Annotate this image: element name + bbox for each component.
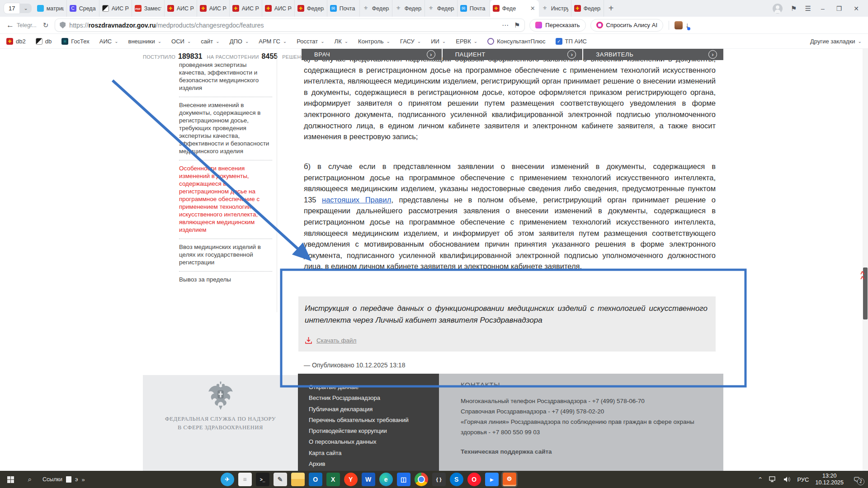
window-close-button[interactable]: ✕ <box>852 5 861 12</box>
zoom-icon[interactable] <box>485 473 499 486</box>
audience-tab[interactable]: ВРАЧ <box>302 49 442 60</box>
tab[interactable]: АИС Ро <box>197 0 230 17</box>
tab[interactable]: АИС Ро <box>165 0 197 17</box>
tab[interactable]: АИС Ро <box>230 0 262 17</box>
tab[interactable]: АИС Ро <box>99 0 132 17</box>
footer-link[interactable]: Архив <box>309 460 439 471</box>
tab[interactable]: Федера <box>360 0 392 17</box>
bookmark-item[interactable]: ЛК ⌄ <box>335 38 349 45</box>
excel-icon[interactable] <box>326 473 340 486</box>
tab[interactable]: Федера <box>295 0 327 17</box>
bookmark-item[interactable]: ОСИ ⌄ <box>171 38 191 45</box>
window-restore-button[interactable]: ❐ <box>835 5 844 12</box>
sidebar-item[interactable]: Внесение изменений в документы, содержащ… <box>179 97 272 160</box>
skype-icon[interactable] <box>450 473 463 486</box>
explorer-folder-icon[interactable] <box>291 473 305 486</box>
url-text[interactable]: https://roszdravnadzor.gov.ru/medproduct… <box>69 22 264 29</box>
page-scrollbar[interactable] <box>863 49 868 471</box>
rules-link[interactable]: настоящих Правил <box>322 196 391 204</box>
bookmark-item[interactable]: КонсультантПлюс ⌄ <box>487 38 545 45</box>
tab[interactable]: Инстру <box>539 0 571 17</box>
clock[interactable]: 13:20 10.12.2025 <box>815 473 844 486</box>
tab[interactable]: Федера <box>425 0 458 17</box>
editor-icon[interactable] <box>274 473 287 486</box>
notepad-icon[interactable] <box>238 473 252 486</box>
sidebar-item[interactable]: Особенности внесения изменений в докумен… <box>179 160 272 239</box>
audience-tab[interactable]: ЗАЯВИТЕЛЬ <box>583 49 723 60</box>
add-bookmark-icon[interactable]: ⚑ <box>514 21 520 29</box>
bookmark-item[interactable]: Росстат ⌄ <box>297 38 324 45</box>
address-bar[interactable]: https://roszdravnadzor.gov.ru/medproduct… <box>55 19 525 32</box>
footer-link[interactable]: Вестник Росздравнадзора <box>309 394 439 405</box>
chevron-right-icon[interactable] <box>708 50 717 59</box>
downloads-button[interactable]: ↓ <box>685 21 689 29</box>
telegram-icon[interactable] <box>221 473 234 486</box>
sidebar-item[interactable]: Ввоз медицинских изделий в целях их госу… <box>179 239 272 272</box>
devtools-icon[interactable] <box>432 473 446 486</box>
tab-count[interactable]: 17 <box>4 3 20 14</box>
footer-link[interactable]: Карта сайта <box>309 450 439 460</box>
volume-icon[interactable] <box>783 476 791 483</box>
photos-icon[interactable] <box>397 473 410 486</box>
bookmark-item[interactable]: ГосТех ⌄ <box>61 38 90 45</box>
sidebar-item[interactable]: Вывоз за пределы <box>179 272 272 288</box>
footer-link[interactable]: Открытые данные <box>309 384 439 394</box>
tab[interactable]: Федера <box>392 0 425 17</box>
scroll-up-icon[interactable]: ^^ <box>860 271 864 281</box>
tab[interactable]: Почта <box>458 0 490 17</box>
language-indicator[interactable]: РУС <box>797 476 809 483</box>
footer-link[interactable]: Противодействие коррупции <box>309 427 439 438</box>
tab-counter[interactable]: 17 ⌄ <box>4 3 32 14</box>
download-file-link[interactable]: Скачать файл <box>305 337 708 344</box>
tab[interactable]: Среда <box>67 0 99 17</box>
footer-link[interactable]: О персональных данных <box>309 438 439 449</box>
sidebar-item[interactable]: проведения экспертизы качества, эффектив… <box>179 57 272 97</box>
notification-center-icon[interactable]: 🗨2 <box>850 476 863 483</box>
window-minimize-button[interactable]: – <box>819 5 826 12</box>
links-doc-icon[interactable] <box>66 476 71 483</box>
profile-avatar[interactable] <box>773 4 783 14</box>
bookmarks-panel-icon[interactable]: ⚑ <box>791 5 797 13</box>
start-button[interactable] <box>0 471 21 488</box>
bookmark-item[interactable]: внешники ⌄ <box>128 38 162 45</box>
chrome-icon[interactable] <box>415 473 428 486</box>
bookmark-item[interactable]: ЕРВК ⌄ <box>456 38 477 45</box>
bookmark-item[interactable]: db ⌄ <box>36 38 52 45</box>
tab[interactable]: Почта <box>327 0 360 17</box>
bookmark-item[interactable]: Контроль ⌄ <box>358 38 390 45</box>
bookmark-item[interactable]: сайт ⌄ <box>201 38 219 45</box>
browser-menu-icon[interactable]: ☰ <box>805 5 811 13</box>
console-icon[interactable] <box>256 473 269 486</box>
bookmark-item[interactable]: ДПО ⌄ <box>230 38 249 45</box>
active-app-icon[interactable] <box>503 473 516 486</box>
back-arrow-icon[interactable]: ← <box>6 21 14 30</box>
links-item-label[interactable]: э <box>75 476 78 483</box>
reload-icon[interactable]: ↻ <box>43 21 49 29</box>
word-icon[interactable] <box>362 473 375 486</box>
extension-icon[interactable] <box>675 21 683 29</box>
ask-alice-button[interactable]: Спросить Алису AI <box>590 19 663 32</box>
audience-tab[interactable]: ПАЦИЕНТ <box>443 49 583 60</box>
other-bookmarks-button[interactable]: Другие закладки ⌄ <box>810 38 862 45</box>
tab[interactable]: Замест <box>132 0 165 17</box>
tab[interactable]: Феде ✕ <box>490 0 539 17</box>
footer-link[interactable]: Публичная декларация <box>309 406 439 417</box>
chevron-right-icon[interactable] <box>567 50 576 59</box>
yandex-browser-icon[interactable] <box>344 473 358 486</box>
tab-close-icon[interactable]: ✕ <box>530 5 536 12</box>
protect-shield-icon[interactable] <box>60 22 66 28</box>
bookmark-item[interactable]: АИС ⌄ <box>99 38 118 45</box>
new-tab-button[interactable]: + <box>609 3 614 14</box>
bookmark-item[interactable]: ГАСУ ⌄ <box>400 38 421 45</box>
footer-link[interactable]: Перечень обязательных требований <box>309 417 439 427</box>
network-icon[interactable] <box>769 476 777 483</box>
taskbar-search-icon[interactable]: ⌕ <box>21 475 39 483</box>
bookmark-item[interactable]: ТП АИС ⌄ <box>556 38 587 45</box>
tab[interactable]: Федера <box>571 0 604 17</box>
bookmark-item[interactable]: АРМ ГС ⌄ <box>259 38 287 45</box>
links-toolbar[interactable]: Ссылки э » <box>42 476 85 483</box>
back-button[interactable]: ← Telegr... <box>6 21 37 30</box>
outlook-icon[interactable] <box>309 473 322 486</box>
bookmark-item[interactable]: ИИ ⌄ <box>431 38 446 45</box>
tab[interactable]: АИС Ро <box>262 0 295 17</box>
